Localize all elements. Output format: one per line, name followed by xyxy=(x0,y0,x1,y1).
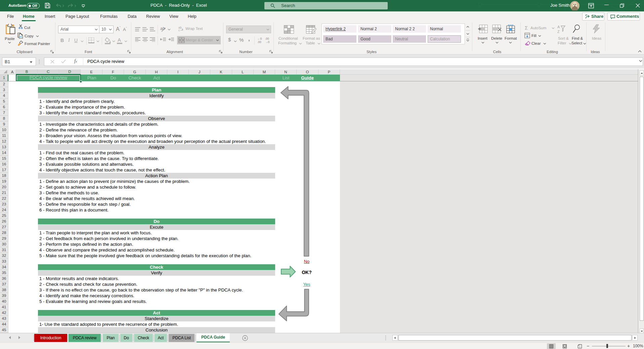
svg-text:c: c xyxy=(178,29,180,32)
svg-text:Z: Z xyxy=(557,30,560,33)
svg-text:A: A xyxy=(557,25,560,29)
svg-text:ab: ab xyxy=(160,26,165,31)
